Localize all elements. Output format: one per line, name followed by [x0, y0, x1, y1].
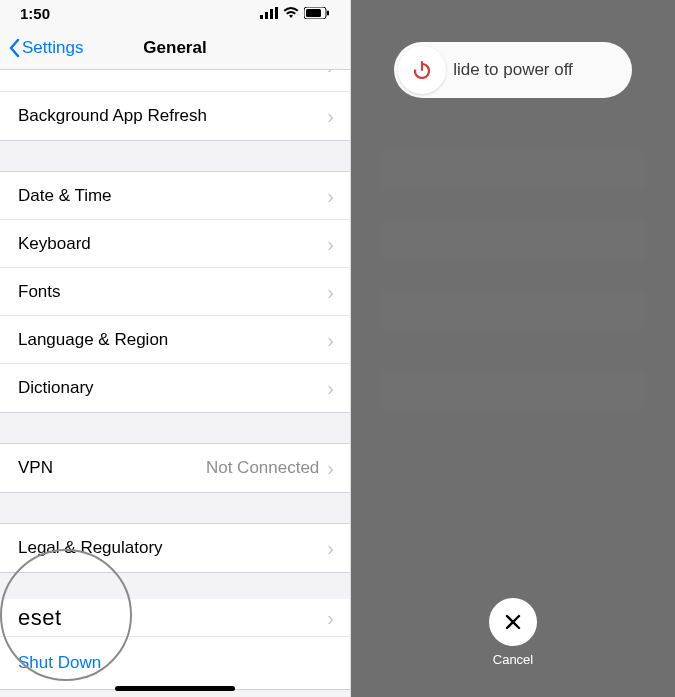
row-label: Date & Time [18, 186, 327, 206]
row-label: Keyboard [18, 234, 327, 254]
svg-rect-5 [306, 9, 321, 17]
row-iphone-storage[interactable]: iPhone Storage › [0, 70, 350, 92]
nav-bar: Settings General [0, 26, 350, 70]
signal-icon [260, 7, 278, 19]
chevron-right-icon: › [327, 378, 334, 398]
chevron-right-icon: › [327, 70, 334, 76]
row-label: Dictionary [18, 378, 327, 398]
status-icons [260, 7, 330, 19]
row-reset[interactable]: eset › [0, 599, 350, 637]
svg-rect-1 [265, 12, 268, 19]
chevron-right-icon: › [327, 106, 334, 126]
row-label: Shut Down [18, 653, 334, 673]
row-label: Legal & Regulatory [18, 538, 327, 558]
settings-general-screen: 1:50 Settings General iPhone Storage › B… [0, 0, 351, 697]
back-label: Settings [22, 38, 83, 58]
row-fonts[interactable]: Fonts › [0, 268, 350, 316]
chevron-right-icon: › [327, 458, 334, 478]
chevron-right-icon: › [327, 234, 334, 254]
cancel-area: Cancel [351, 598, 675, 667]
group-vpn: VPN Not Connected › [0, 443, 350, 493]
row-keyboard[interactable]: Keyboard › [0, 220, 350, 268]
svg-rect-6 [327, 11, 329, 16]
row-background-app-refresh[interactable]: Background App Refresh › [0, 92, 350, 140]
row-shut-down[interactable]: Shut Down [0, 637, 350, 689]
battery-icon [304, 7, 330, 19]
status-time: 1:50 [20, 5, 50, 22]
status-bar: 1:50 [0, 0, 350, 26]
row-date-time[interactable]: Date & Time › [0, 172, 350, 220]
slide-to-power-off[interactable]: lide to power off [394, 42, 632, 98]
back-button[interactable]: Settings [0, 38, 83, 58]
svg-rect-0 [260, 15, 263, 19]
chevron-left-icon [8, 38, 20, 58]
chevron-right-icon: › [327, 186, 334, 206]
chevron-right-icon: › [327, 538, 334, 558]
group-storage: iPhone Storage › Background App Refresh … [0, 70, 350, 141]
chevron-right-icon: › [327, 282, 334, 302]
row-label: Background App Refresh [18, 106, 327, 126]
chevron-right-icon: › [327, 330, 334, 350]
cancel-label: Cancel [493, 652, 533, 667]
row-language-region[interactable]: Language & Region › [0, 316, 350, 364]
slider-label: lide to power off [394, 60, 632, 80]
power-off-screen: lide to power off Cancel [351, 0, 675, 697]
row-label: Language & Region [18, 330, 327, 350]
close-icon [504, 613, 522, 631]
group-reset-shutdown: eset › Shut Down [0, 599, 350, 690]
row-label: Fonts [18, 282, 327, 302]
wifi-icon [283, 7, 299, 19]
cancel-button[interactable] [489, 598, 537, 646]
svg-rect-3 [275, 7, 278, 19]
row-label: eset [18, 605, 327, 631]
chevron-right-icon: › [327, 608, 334, 628]
settings-list[interactable]: iPhone Storage › Background App Refresh … [0, 70, 350, 697]
row-dictionary[interactable]: Dictionary › [0, 364, 350, 412]
row-legal-regulatory[interactable]: Legal & Regulatory › [0, 524, 350, 572]
row-label: VPN [18, 458, 206, 478]
group-legal: Legal & Regulatory › [0, 523, 350, 573]
home-indicator[interactable] [115, 686, 235, 691]
svg-rect-2 [270, 9, 273, 19]
vpn-status: Not Connected [206, 458, 319, 478]
group-locale: Date & Time › Keyboard › Fonts › Languag… [0, 171, 350, 413]
row-vpn[interactable]: VPN Not Connected › [0, 444, 350, 492]
row-label: iPhone Storage [18, 70, 327, 72]
